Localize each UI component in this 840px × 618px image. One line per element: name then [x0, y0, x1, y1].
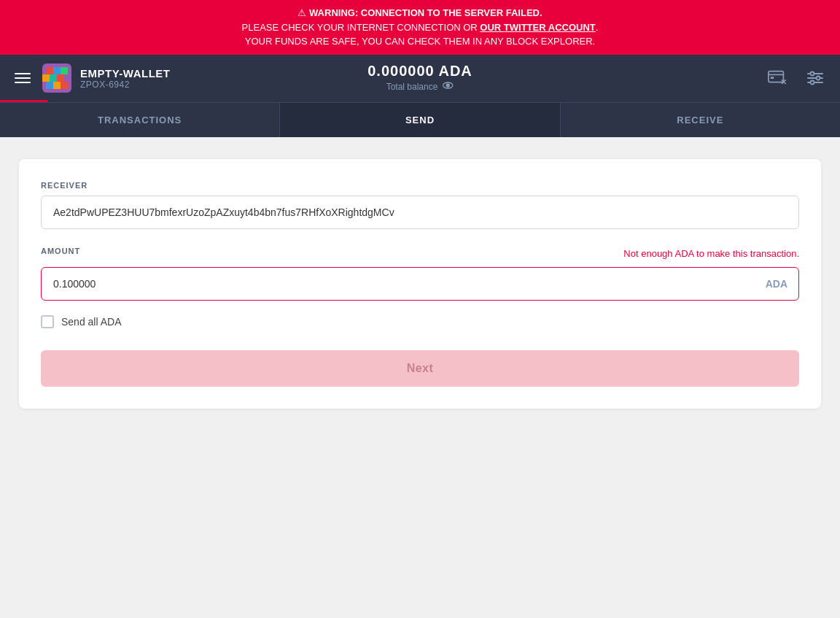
amount-label: AMOUNT [41, 247, 80, 255]
receiver-label: RECEIVER [41, 181, 799, 190]
amount-header: AMOUNT Not enough ADA to make this trans… [41, 247, 799, 261]
receiver-section: RECEIVER [41, 181, 799, 229]
next-button[interactable]: Next [41, 350, 799, 387]
wallet-id: ZPOX-6942 [80, 80, 171, 90]
svg-rect-10 [61, 82, 68, 89]
send-card: RECEIVER AMOUNT Not enough ADA to make t… [19, 159, 821, 409]
active-nav-indicator [0, 100, 47, 102]
svg-rect-3 [61, 67, 68, 74]
send-all-checkbox[interactable] [41, 315, 54, 328]
svg-rect-14 [771, 77, 774, 79]
warning-icon: ⚠ [298, 7, 306, 18]
warning-line3: YOUR FUNDS ARE SAFE, YOU CAN CHECK THEM … [12, 34, 828, 49]
amount-section: AMOUNT Not enough ADA to make this trans… [41, 247, 799, 301]
warning-suffix: . [596, 22, 599, 33]
balance-label: Total balance [386, 82, 438, 92]
svg-point-12 [446, 84, 449, 87]
settings-icon[interactable] [802, 65, 828, 91]
wallet-avatar [42, 63, 71, 93]
svg-rect-7 [64, 74, 71, 82]
amount-input[interactable] [41, 267, 799, 301]
eye-icon[interactable] [442, 80, 454, 93]
nav-wallet-section: EMPTY-WALLET ZPOX-6942 [42, 63, 171, 93]
tab-transactions[interactable]: TRANSACTIONS [0, 103, 280, 137]
send-all-label[interactable]: Send all ADA [61, 316, 122, 328]
svg-rect-1 [46, 67, 53, 74]
svg-rect-13 [769, 72, 784, 82]
receiver-input[interactable] [41, 196, 799, 229]
avatar-image [42, 63, 71, 93]
wallet-info: EMPTY-WALLET ZPOX-6942 [80, 67, 171, 90]
wallet-send-icon[interactable] [764, 65, 790, 91]
twitter-link[interactable]: OUR TWITTER ACCOUNT [480, 22, 595, 33]
balance-amount: 0.000000 ADA [368, 63, 472, 80]
warning-line2: PLEASE CHECK YOUR INTERNET CONNECTION OR… [12, 20, 828, 35]
svg-rect-9 [53, 82, 61, 89]
tab-receive[interactable]: RECEIVE [561, 103, 840, 137]
menu-icon[interactable] [12, 70, 34, 86]
amount-input-wrapper: ADA [41, 267, 799, 301]
balance-section: 0.000000 ADA Total balance [368, 63, 472, 93]
tab-bar: TRANSACTIONS SEND RECEIVE [0, 102, 840, 137]
svg-rect-2 [53, 67, 61, 74]
svg-point-18 [811, 72, 814, 76]
amount-error: Not enough ADA to make this transaction. [623, 248, 799, 259]
svg-rect-5 [50, 74, 57, 82]
svg-rect-8 [46, 82, 53, 89]
warning-line1: ⚠ WARNING: CONNECTION TO THE SERVER FAIL… [12, 6, 828, 20]
warning-title: WARNING: CONNECTION TO THE SERVER FAILED… [309, 7, 542, 18]
navbar: EMPTY-WALLET ZPOX-6942 0.000000 ADA Tota… [0, 55, 840, 102]
svg-rect-6 [57, 74, 64, 82]
warning-banner: ⚠ WARNING: CONNECTION TO THE SERVER FAIL… [0, 0, 840, 55]
svg-point-20 [811, 81, 814, 85]
svg-rect-4 [42, 74, 50, 82]
balance-label-row: Total balance [368, 80, 472, 93]
main-content: RECEIVER AMOUNT Not enough ADA to make t… [0, 137, 840, 430]
send-all-row: Send all ADA [41, 315, 799, 328]
tab-send[interactable]: SEND [280, 103, 560, 137]
svg-point-19 [817, 77, 820, 80]
wallet-name: EMPTY-WALLET [80, 67, 171, 80]
warning-prefix: PLEASE CHECK YOUR INTERNET CONNECTION OR [242, 22, 481, 33]
nav-right-icons [764, 65, 828, 91]
